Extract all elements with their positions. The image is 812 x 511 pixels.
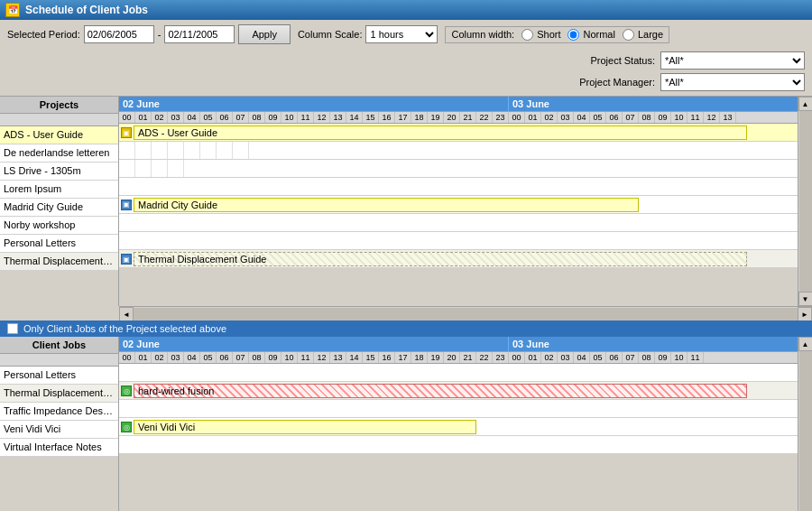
grid-cell <box>135 142 152 160</box>
toolbar: Selected Period: - Apply Column Scale: 1… <box>0 20 812 97</box>
column-scale-select[interactable]: 1 hours <box>365 25 438 43</box>
hour-cell: 10 <box>671 352 687 363</box>
table-row <box>119 400 798 418</box>
column-scale-group: Column Scale: 1 hours <box>298 25 438 43</box>
hour-cell: 16 <box>379 112 395 123</box>
hour-cell: 15 <box>363 112 379 123</box>
large-radio[interactable] <box>623 29 634 41</box>
hour-cell: 13 <box>330 352 346 363</box>
hour-cell: 17 <box>395 352 411 363</box>
hour-cell: 06 <box>606 112 623 123</box>
title-bar: 📅 Schedule of Client Jobs <box>0 0 812 20</box>
hour-cell: 01 <box>525 352 541 363</box>
job-bar[interactable]: Thermal Displacement Guide <box>134 252 747 266</box>
table-row: ▣ Thermal Displacement Guide <box>119 250 798 268</box>
app-icon: 📅 <box>5 3 20 17</box>
list-item: Traffic Impedance Desc... <box>0 403 118 421</box>
normal-radio[interactable] <box>567 29 579 41</box>
apply-button[interactable]: Apply <box>238 24 291 44</box>
hour-cell: 13 <box>720 112 736 123</box>
hour-cell: 02 <box>541 112 558 123</box>
grid-cell <box>152 160 168 178</box>
hour-cell: 04 <box>184 112 200 123</box>
projects-section: Projects ADS - User Guide De nederlandse… <box>0 97 812 321</box>
hour-cell: 05 <box>200 352 217 363</box>
hour-cell: 05 <box>590 112 606 123</box>
column-width-label: Column width: <box>451 29 514 40</box>
cj-vertical-scrollbar[interactable]: ▲ ▼ <box>798 337 812 511</box>
list-item: LS Drive - 1305m <box>0 163 118 181</box>
hour-cell: 14 <box>346 352 363 363</box>
date-to-input[interactable] <box>164 25 235 43</box>
hour-cell: 04 <box>574 112 590 123</box>
date-02-june: 02 June <box>119 97 509 111</box>
hour-cell: 12 <box>704 112 720 123</box>
period-group: Selected Period: - Apply <box>7 24 291 44</box>
project-status-select[interactable]: *All* <box>660 51 805 70</box>
hour-cell: 11 <box>298 352 314 363</box>
hour-cell: 01 <box>135 352 152 363</box>
list-item: Norby workshop <box>0 217 118 235</box>
table-row <box>119 364 798 382</box>
list-item: ADS - User Guide <box>0 126 118 144</box>
hour-cell: 00 <box>119 112 135 123</box>
hour-cell: 12 <box>314 352 330 363</box>
scroll-left-button[interactable]: ◄ <box>119 307 134 321</box>
project-manager-label: Project Manager: <box>574 77 655 88</box>
scroll-track <box>799 111 812 292</box>
client-jobs-left-panel: Client Jobs Personal Letters Thermal Dis… <box>0 337 119 511</box>
hour-cell: 00 <box>509 112 525 123</box>
job-bar[interactable]: Veni Vidi Vici <box>134 420 476 434</box>
list-item: Lorem Ipsum <box>0 181 118 199</box>
projects-header: Projects <box>0 97 118 114</box>
hour-cell: 19 <box>428 352 444 363</box>
hour-cell: 14 <box>346 112 363 123</box>
cj-scroll-up-button[interactable]: ▲ <box>798 337 813 351</box>
scroll-down-button[interactable]: ▼ <box>798 292 813 306</box>
projects-grid-rows: ▣ ADS - User Guide ▣ <box>119 124 798 268</box>
hour-cell: 06 <box>606 352 623 363</box>
large-label: Large <box>638 29 663 40</box>
hour-cell: 15 <box>363 352 379 363</box>
vertical-scrollbar[interactable]: ▲ ▼ <box>798 97 812 306</box>
list-item: Personal Letters <box>0 367 118 385</box>
projects-grid: Projects ADS - User Guide De nederlandse… <box>0 97 812 306</box>
list-item: Thermal Displacement G... <box>0 253 118 271</box>
hour-cell: 11 <box>687 352 704 363</box>
column-scale-label: Column Scale: <box>298 29 363 40</box>
only-client-jobs-checkbox[interactable] <box>7 323 18 334</box>
project-manager-select[interactable]: *All* <box>660 73 805 91</box>
list-item: Virtual Interface Notes <box>0 439 118 457</box>
table-row <box>119 178 798 196</box>
grid-cell <box>135 160 152 178</box>
hour-cell: 03 <box>558 352 574 363</box>
hour-cell: 21 <box>460 112 476 123</box>
period-label: Selected Period: <box>7 29 80 40</box>
scroll-up-button[interactable]: ▲ <box>798 97 813 111</box>
horizontal-scrollbar[interactable]: ◄ ► <box>119 306 812 321</box>
date-from-input[interactable] <box>84 25 154 43</box>
scroll-right-button[interactable]: ► <box>798 307 812 321</box>
projects-right-panel: 02 June 03 June 00 01 02 03 04 05 06 07 … <box>119 97 798 306</box>
grid-cell <box>152 142 168 160</box>
projects-date-row: 02 June 03 June <box>119 97 798 112</box>
grid-cell <box>217 142 233 160</box>
short-label: Short <box>537 29 560 40</box>
job-bar[interactable]: hard-wired fusion <box>134 384 747 398</box>
client-jobs-section: Client Jobs Personal Letters Thermal Dis… <box>0 337 812 511</box>
hour-cell: 01 <box>525 112 541 123</box>
job-bar[interactable]: ADS - User Guide <box>134 125 747 140</box>
job-bar[interactable]: Madrid City Guide <box>134 198 639 212</box>
list-item: Veni Vidi Vici <box>0 421 118 439</box>
list-item: De nederlandse letteren <box>0 144 118 163</box>
grid-cell <box>119 142 135 160</box>
list-item: Personal Letters <box>0 235 118 253</box>
projects-left-rows: ADS - User Guide De nederlandse letteren… <box>0 126 118 271</box>
hour-cell: 08 <box>639 352 655 363</box>
hour-cell: 23 <box>493 352 509 363</box>
table-row <box>119 214 798 232</box>
column-width-group: Column width: Short Normal Large <box>445 26 669 43</box>
job-icon: ◎ <box>121 386 132 396</box>
short-radio[interactable] <box>521 29 533 41</box>
hour-cell: 18 <box>411 352 428 363</box>
